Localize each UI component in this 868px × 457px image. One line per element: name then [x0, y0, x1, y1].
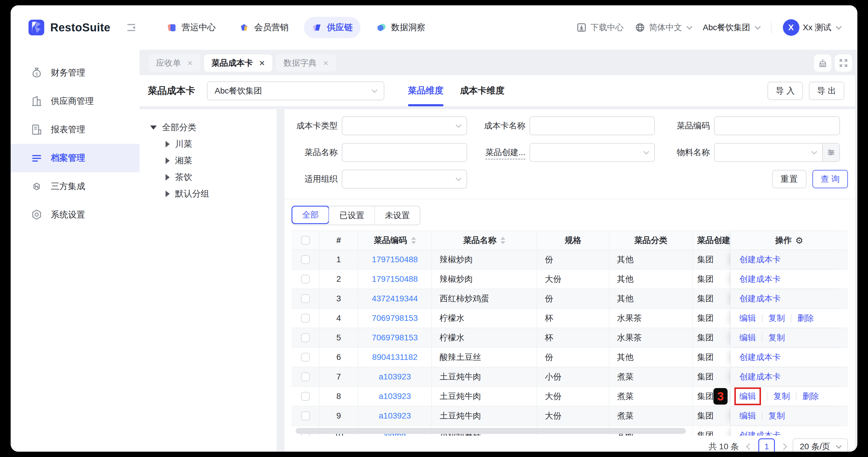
sidebar-item-suppliers[interactable]: 供应商管理 [11, 87, 140, 115]
sidebar-item-archives[interactable]: 档案管理 [11, 144, 140, 172]
tree-node-hunan[interactable]: 湘菜 [150, 152, 277, 169]
sort-icon[interactable] [500, 237, 505, 244]
delete-link[interactable]: 删除 [802, 391, 819, 402]
close-icon[interactable]: × [323, 59, 329, 67]
topnav-item-data-insight[interactable]: 数据洞察 [368, 17, 433, 38]
close-icon[interactable]: × [259, 59, 265, 67]
prev-page-icon[interactable] [746, 444, 753, 450]
cost-card-name-input[interactable] [529, 116, 655, 135]
edit-link[interactable]: 编辑 [739, 410, 756, 422]
close-icon[interactable]: × [187, 59, 193, 67]
topnav-item-operations[interactable]: 营运中心 [158, 17, 223, 38]
export-button[interactable]: 导出 [809, 82, 844, 100]
edit-link[interactable]: 编辑 [739, 391, 756, 402]
dish-code-link[interactable]: a103923 [379, 411, 411, 421]
table-header-row: # 菜品编码 菜品名称 规格 菜品分类 菜品创建 操作⚙ [291, 231, 848, 250]
reset-button[interactable]: 重置 [772, 170, 807, 188]
dish-code-link[interactable]: 7069798153 [372, 333, 418, 342]
sidebar-item-finance[interactable]: $ 财务管理 [11, 59, 140, 87]
tree-node-sichuan[interactable]: 川菜 [150, 136, 277, 152]
select-all-checkbox[interactable] [301, 236, 310, 245]
copy-link[interactable]: 复制 [768, 332, 785, 343]
create-cost-card-link[interactable]: 创建成本卡 [739, 293, 781, 304]
row-checkbox[interactable] [301, 411, 310, 420]
tree-node-default-group[interactable]: 默认分组 [150, 185, 277, 202]
create-cost-card-link[interactable]: 创建成本卡 [739, 371, 781, 382]
dish-code-link[interactable]: 8904131182 [372, 352, 418, 362]
copy-link[interactable]: 复制 [768, 410, 785, 422]
topnav-item-supply-chain[interactable]: 供应链 [304, 17, 361, 38]
page-number[interactable]: 1 [758, 438, 775, 452]
dish-code-link[interactable]: a103923 [379, 372, 411, 381]
tab-dish-dimension[interactable]: 菜品维度 [408, 75, 443, 106]
sidebar-collapse-icon[interactable] [125, 21, 139, 35]
tab-cost-card-dimension[interactable]: 成本卡维度 [460, 75, 504, 106]
row-checkbox[interactable] [301, 372, 310, 381]
cost-card-type-select[interactable] [342, 116, 467, 135]
org-switcher[interactable]: Abc餐饮集团 [703, 22, 760, 33]
create-cost-card-link[interactable]: 创建成本卡 [739, 430, 781, 436]
tab-dish-cost-card[interactable]: 菜品成本卡 × [204, 54, 273, 72]
row-checkbox[interactable] [301, 314, 310, 323]
dish-code-link[interactable]: 1797150488 [372, 275, 418, 284]
fullscreen-icon[interactable] [835, 54, 852, 72]
dish-creator-select[interactable] [529, 143, 655, 162]
header-dish-name[interactable]: 菜品名称 [432, 231, 537, 250]
row-checkbox[interactable] [301, 294, 310, 303]
caret-right-icon[interactable] [165, 158, 170, 164]
caret-right-icon[interactable] [165, 191, 170, 197]
dish-code-link[interactable]: 7069798153 [372, 313, 418, 323]
caret-down-icon[interactable] [150, 125, 157, 130]
chevron-down-icon [836, 24, 842, 30]
next-page-icon[interactable] [780, 444, 787, 450]
material-advanced-filter-button[interactable] [822, 144, 839, 161]
sidebar-item-reports[interactable]: 报表管理 [11, 115, 140, 144]
sidebar-item-settings[interactable]: 系统设置 [11, 201, 140, 229]
row-checkbox[interactable] [301, 353, 310, 362]
row-checkbox[interactable] [301, 392, 310, 401]
org-select[interactable]: Abc餐饮集团 [207, 81, 384, 101]
header-dish-code[interactable]: 菜品编码 [358, 231, 432, 250]
import-button[interactable]: 导入 [768, 82, 803, 100]
row-checkbox[interactable] [301, 255, 310, 264]
tab-data-dictionary[interactable]: 数据字典 × [276, 54, 336, 72]
material-name-select[interactable] [714, 143, 840, 162]
caret-right-icon[interactable] [165, 174, 170, 180]
download-center[interactable]: 下载中心 [576, 22, 623, 33]
segment-all[interactable]: 全部 [291, 206, 329, 224]
dish-code-link[interactable]: 4372419344 [372, 294, 418, 304]
column-settings-gear-icon[interactable]: ⚙ [795, 235, 803, 246]
dish-name-input[interactable] [342, 143, 467, 162]
language-label: 简体中文 [649, 22, 682, 33]
create-cost-card-link[interactable]: 创建成本卡 [739, 352, 781, 363]
topnav-item-membership[interactable]: 会员营销 [231, 17, 296, 38]
sort-icon[interactable] [411, 237, 416, 244]
segment-unconfigured[interactable]: 未设置 [374, 206, 420, 225]
download-icon [576, 22, 587, 33]
dish-code-link[interactable]: a103923 [379, 392, 411, 401]
row-checkbox[interactable] [301, 333, 310, 342]
create-cost-card-link[interactable]: 创建成本卡 [739, 254, 781, 265]
segment-configured[interactable]: 已设置 [329, 206, 374, 225]
clear-tabs-button[interactable] [814, 54, 831, 72]
apply-org-select[interactable] [342, 170, 467, 189]
caret-right-icon[interactable] [165, 141, 170, 147]
row-checkbox[interactable] [301, 275, 310, 284]
edit-link[interactable]: 编辑 [739, 332, 756, 343]
copy-link[interactable]: 复制 [768, 313, 785, 324]
page-size-select[interactable]: 20 条/页 [793, 438, 848, 452]
delete-link[interactable]: 删除 [797, 313, 814, 324]
tree-node-all-categories[interactable]: 全部分类 [150, 119, 277, 136]
tree-node-tea[interactable]: 茶饮 [150, 169, 277, 185]
create-cost-card-link[interactable]: 创建成本卡 [739, 274, 781, 285]
tab-receivables[interactable]: 应收单 × [148, 54, 200, 72]
sidebar-item-integrations[interactable]: 三方集成 [11, 172, 140, 201]
query-button[interactable]: 查询 [812, 170, 848, 188]
horizontal-scrollbar[interactable] [296, 428, 686, 434]
dish-code-link[interactable]: 1797150488 [372, 255, 418, 264]
copy-link[interactable]: 复制 [773, 391, 790, 402]
edit-link[interactable]: 编辑 [739, 313, 756, 324]
language-switcher[interactable]: 简体中文 [635, 22, 691, 33]
user-menu[interactable]: X Xx 测试 [783, 19, 841, 36]
dish-code-input[interactable] [714, 116, 840, 135]
